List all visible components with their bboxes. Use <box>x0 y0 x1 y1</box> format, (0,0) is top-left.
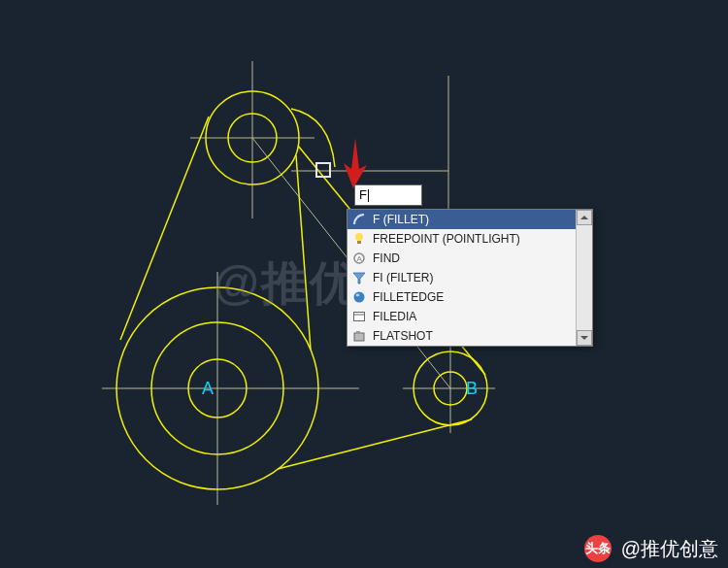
svg-line-15 <box>296 155 311 350</box>
autocomplete-dropdown[interactable]: F (FILLET)FREEPOINT (POINTLIGHT)AFINDFI … <box>347 209 593 347</box>
autocomplete-item[interactable]: F (FILLET) <box>347 210 592 229</box>
svg-rect-28 <box>354 333 364 341</box>
command-input[interactable]: F <box>354 184 422 206</box>
svg-point-25 <box>356 294 360 297</box>
autocomplete-item-label: FIND <box>373 251 588 265</box>
autocomplete-item[interactable]: FILEDIA <box>347 307 592 326</box>
autocomplete-item-label: F (FILLET) <box>373 213 588 226</box>
scroll-up-button[interactable] <box>577 210 592 225</box>
toutiao-logo-icon: 头条 <box>584 535 612 562</box>
autocomplete-item[interactable]: AFIND <box>347 249 592 268</box>
dialog-icon <box>351 309 367 324</box>
svg-text:A: A <box>357 254 363 263</box>
label-b: B <box>466 379 478 398</box>
autocomplete-item[interactable]: FILLETEDGE <box>347 287 592 307</box>
autocomplete-item-label: FILEDIA <box>373 310 588 323</box>
autocomplete-item-label: FLATSHOT <box>373 329 588 343</box>
svg-rect-29 <box>356 331 360 334</box>
fillet-arc-icon <box>351 212 367 227</box>
autocomplete-item-label: FILLETEDGE <box>373 290 588 304</box>
autocomplete-item[interactable]: FREEPOINT (POINTLIGHT) <box>347 229 592 249</box>
svg-point-20 <box>355 233 363 241</box>
sphere-icon <box>351 289 367 305</box>
scroll-down-button[interactable] <box>577 330 592 346</box>
find-circle-icon: A <box>351 251 367 266</box>
svg-line-16 <box>278 419 472 469</box>
lightbulb-icon <box>351 231 367 247</box>
funnel-icon <box>351 270 367 285</box>
autocomplete-item-label: FI (FILTER) <box>373 271 588 284</box>
label-a: A <box>202 379 214 398</box>
autocomplete-scrollbar[interactable] <box>576 210 592 346</box>
autocomplete-item[interactable]: FLATSHOT <box>347 326 592 346</box>
camera-box-icon <box>351 328 367 344</box>
footer-attribution: 头条 @推优创意 <box>584 535 718 562</box>
svg-rect-26 <box>354 313 365 321</box>
svg-point-24 <box>354 292 365 303</box>
svg-rect-21 <box>357 241 361 244</box>
autocomplete-item[interactable]: FI (FILTER) <box>347 268 592 287</box>
autocomplete-item-label: FREEPOINT (POINTLIGHT) <box>373 232 588 246</box>
footer-author: @推优创意 <box>621 536 718 562</box>
command-input-value: F <box>359 187 367 202</box>
svg-line-14 <box>120 117 209 340</box>
